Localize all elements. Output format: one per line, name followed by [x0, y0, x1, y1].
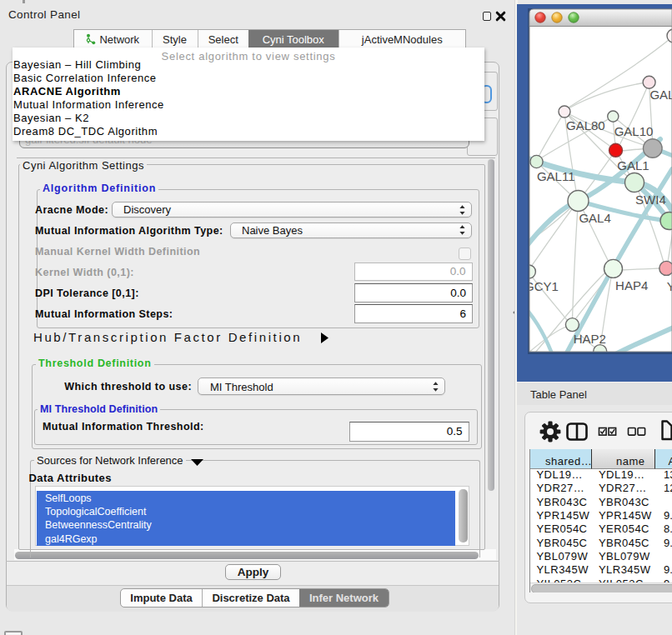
svg-text:HAP4: HAP4 — [615, 278, 648, 292]
svg-text:HAP2: HAP2 — [574, 332, 606, 346]
svg-text:SWI4: SWI4 — [635, 192, 666, 207]
svg-text:GAL7: GAL7 — [649, 88, 672, 102]
svg-text:YH: YH — [667, 279, 672, 293]
svg-text:GAL1: GAL1 — [617, 158, 649, 172]
svg-text:GAL4: GAL4 — [579, 211, 610, 225]
svg-text:GAL11: GAL11 — [537, 169, 575, 183]
svg-text:GAL10: GAL10 — [614, 124, 654, 138]
svg-text:GAL80: GAL80 — [566, 118, 605, 132]
